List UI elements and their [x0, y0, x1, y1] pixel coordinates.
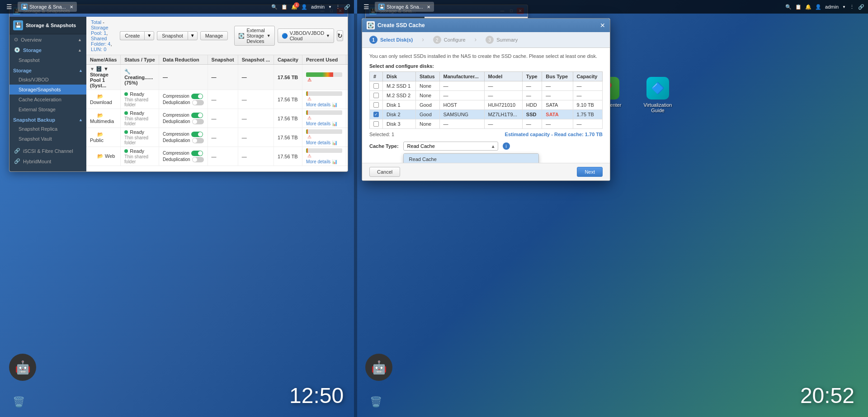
- th-status[interactable]: Status / Type: [121, 55, 159, 65]
- create-dropdown-arrow[interactable]: ▼: [144, 31, 154, 40]
- th-add[interactable]: +: [346, 55, 348, 65]
- sidebar-item-overview[interactable]: ⊙ Overview ▲: [9, 34, 86, 45]
- th-name[interactable]: Name/Alias: [86, 55, 121, 65]
- th-percent-used[interactable]: Percent Used: [302, 55, 346, 65]
- disk1-check[interactable]: [370, 100, 383, 110]
- download-compress-toggle[interactable]: [191, 94, 203, 99]
- public-more-details[interactable]: More details 📊: [306, 140, 342, 145]
- snapshot-dropdown-arrow[interactable]: ▼: [188, 31, 198, 40]
- web-compress-toggle[interactable]: [191, 151, 203, 156]
- sidebar-item-snapshot[interactable]: Snapshot: [9, 55, 86, 65]
- pool-expand-btn[interactable]: ▼: [90, 66, 94, 71]
- notification-icon-right[interactable]: 📋: [795, 4, 802, 10]
- cache-option-read[interactable]: Read Cache: [404, 154, 538, 163]
- public-dedup-label: Deduplication: [163, 138, 190, 143]
- th-disk: Disk: [383, 72, 416, 81]
- external-icon-right[interactable]: 🔗: [858, 4, 864, 10]
- th-snapshot[interactable]: Snapshot: [208, 55, 238, 65]
- vjbod-icon: 🔵: [282, 33, 288, 39]
- cancel-button[interactable]: Cancel: [369, 167, 400, 177]
- ext-dropdown-arrow: ▼: [267, 33, 271, 38]
- checkbox-disk1[interactable]: [373, 102, 379, 108]
- bell-icon[interactable]: 🔔1: [291, 4, 297, 10]
- web-snapshot: —: [208, 147, 238, 166]
- external-icon[interactable]: 🔗: [344, 4, 350, 10]
- download-more-details[interactable]: More details 📊: [306, 102, 342, 107]
- user-menu-arrow-right[interactable]: ▼: [842, 5, 846, 9]
- sidebar-item-snapshot-backup[interactable]: Snapshot Backup ▲: [9, 114, 86, 124]
- disk-m2ssd1-check[interactable]: [370, 81, 383, 91]
- trash-icon-left[interactable]: 🗑️: [13, 396, 25, 408]
- user-icon-right[interactable]: 👤: [815, 4, 821, 10]
- sidebar-item-cache-acceleration[interactable]: Cache Acceleration: [9, 95, 86, 104]
- pool-count: Storage Pool: 1: [91, 25, 108, 36]
- vjbod-dropdown[interactable]: 🔵 VJBOD/VJBOD Cloud ▼: [278, 28, 334, 43]
- checkbox-m2ssd1[interactable]: [373, 83, 379, 89]
- web-status-dot: [124, 149, 128, 153]
- cache-type-select-wrapper[interactable]: Read Cache ▲ Read Cache Read Cache and Z…: [403, 142, 498, 151]
- cache-type-info-icon[interactable]: i: [503, 142, 510, 150]
- lun-value[interactable]: 0: [104, 47, 106, 52]
- checkbox-m2ssd2[interactable]: [373, 93, 379, 98]
- cache-type-dropdown[interactable]: Read Cache Read Cache and ZIL Synchronou…: [403, 153, 539, 163]
- username-label[interactable]: admin: [311, 4, 325, 9]
- download-capacity: 17.56 TB: [274, 90, 302, 109]
- snapshot-backup-label: Snapshot Backup: [13, 117, 55, 123]
- notification-icon[interactable]: 📋: [281, 4, 288, 10]
- sidebar-item-disks-vjbod[interactable]: Disks/VJBOD: [9, 75, 86, 85]
- dialog-close-button[interactable]: ✕: [600, 22, 605, 29]
- screen-divider: [354, 14, 357, 417]
- hamburger-menu-icon-right[interactable]: ☰: [361, 2, 372, 11]
- checkbox-disk2[interactable]: ✓: [373, 112, 379, 117]
- sidebar-item-storage2[interactable]: Storage ▲: [9, 65, 86, 75]
- disk3-check[interactable]: [370, 119, 383, 129]
- search-icon-right[interactable]: 🔍: [785, 4, 792, 10]
- taskbar-tab-storage-left[interactable]: 💾 Storage & Sna... ✕: [18, 2, 77, 12]
- manage-button[interactable]: Manage: [200, 31, 228, 40]
- create-button[interactable]: Create: [120, 31, 144, 40]
- sidebar-item-hybridmount[interactable]: 🔗 HybridMount: [9, 156, 86, 166]
- th-capacity[interactable]: Capacity: [274, 55, 302, 65]
- disk2-status: Good: [415, 110, 439, 119]
- tab-close-icon[interactable]: ✕: [70, 5, 73, 9]
- checkbox-disk3[interactable]: [373, 121, 379, 127]
- taskbar-tab-storage-right[interactable]: 💾 Storage & Sna... ✕: [375, 2, 434, 12]
- hamburger-menu-icon[interactable]: ☰: [4, 2, 15, 11]
- user-menu-arrow[interactable]: ▼: [328, 5, 332, 9]
- th-data-reduction[interactable]: Data Reduction: [159, 55, 208, 65]
- tab-close-icon-right[interactable]: ✕: [427, 5, 430, 9]
- user-icon[interactable]: 👤: [301, 4, 307, 10]
- disk3-bus: —: [542, 119, 573, 129]
- public-compress-toggle[interactable]: [191, 132, 203, 137]
- web-dedup-toggle[interactable]: [192, 157, 204, 162]
- taskbar-right-right-section: 🔍 📋 🔔 👤 admin ▼ ⋮ 🔗: [785, 4, 864, 10]
- next-button[interactable]: Next: [577, 167, 603, 177]
- download-data-reduction: Compression Deduplication: [159, 90, 208, 109]
- trash-icon-right[interactable]: 🗑️: [370, 396, 382, 408]
- username-label-right[interactable]: admin: [825, 4, 839, 9]
- sidebar-item-external-storage[interactable]: External Storage: [9, 104, 86, 114]
- multimedia-dedup-toggle[interactable]: [192, 119, 204, 124]
- disk2-check[interactable]: ✓: [370, 110, 383, 119]
- sidebar-item-iscsi[interactable]: 🔗 iSCSI & Fibre Channel: [9, 146, 86, 156]
- snapshot-button[interactable]: Snapshot: [157, 31, 187, 40]
- more-options-icon-right[interactable]: ⋮: [849, 4, 854, 10]
- bell-icon-right[interactable]: 🔔: [805, 4, 811, 10]
- more-options-icon[interactable]: ⋮: [335, 4, 340, 10]
- sidebar-item-snapshot-vault[interactable]: Snapshot Vault: [9, 134, 86, 144]
- multimedia-compress-toggle[interactable]: [191, 113, 203, 118]
- desktop-icon-virt-right[interactable]: 🔷 Virtualization Guide: [642, 77, 674, 113]
- public-dedup-toggle[interactable]: [192, 138, 204, 143]
- refresh-button[interactable]: ↻: [337, 30, 343, 41]
- search-icon[interactable]: 🔍: [271, 4, 278, 10]
- external-storage-dropdown[interactable]: 💽 External Storage Devices ▼: [234, 26, 274, 46]
- download-dedup-toggle[interactable]: [192, 100, 204, 105]
- multimedia-more-details[interactable]: More details 📊: [306, 121, 342, 126]
- cache-type-select[interactable]: Read Cache: [403, 142, 498, 151]
- th-snapshot-m[interactable]: Snapshot ...: [238, 55, 274, 65]
- sidebar-item-snapshot-replica[interactable]: Snapshot Replica: [9, 124, 86, 134]
- sidebar-item-storage-snapshots[interactable]: Storage/Snapshots: [9, 85, 86, 95]
- web-more-details[interactable]: More details 📊: [306, 159, 342, 164]
- disk-m2ssd2-check[interactable]: [370, 91, 383, 100]
- create-ssd-cache-dialog: 💽 Create SSD Cache ✕ 1 Select Disk(s) › …: [362, 18, 610, 181]
